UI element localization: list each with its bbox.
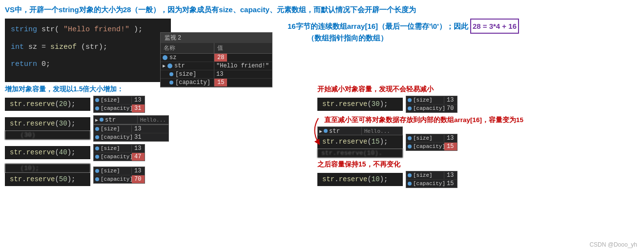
- watch-r10-cap-val: 15: [444, 180, 457, 188]
- dot-icon-30-size: [95, 127, 99, 131]
- watch-r30-size-name: [size]: [406, 97, 444, 104]
- dot-icon-size: [169, 72, 173, 76]
- code-reserve-30: str.reserve(30);: [5, 117, 90, 130]
- watch-reserve-30: [size] 13 [capacity] 31: [93, 125, 169, 142]
- dot-icon-r10-size: [408, 173, 412, 177]
- watch-50-cap-row: [capacity] 70: [94, 175, 145, 183]
- watch-50-cap-name: [capacity]: [94, 176, 132, 183]
- example-reserve-40: str.reserve(40); [size] 13: [5, 144, 308, 161]
- watch-r15-size-name: [size]: [406, 135, 444, 142]
- right-col-inner: 开始减小对象容量，发现不会轻易减小 str.reserve(30); [size…: [317, 85, 639, 188]
- code-right-reserve-30: str.reserve(30);: [317, 98, 403, 111]
- watch-30-cap-name: [capacity]: [94, 134, 132, 141]
- watch-40-cap-row: [capacity] 47: [94, 153, 145, 161]
- watch-30-size-name: [size]: [94, 126, 132, 132]
- watch-50-cap-val: 70: [132, 175, 145, 183]
- watch-40-size-row: [size] 13: [94, 145, 145, 153]
- example-right-10: str.reserve(10); [size] 13: [317, 171, 639, 188]
- dot-icon-50-cap: [95, 177, 99, 181]
- keyword-string: string: [11, 25, 37, 34]
- watch-r30-cap-name: [capacity]: [406, 105, 444, 112]
- triangle-icon-str: ▶: [163, 63, 166, 69]
- watch-reserve-50: [size] 13 [capacity] 70: [93, 167, 145, 184]
- code-line-1: string str( "Hello friend!" );: [11, 23, 165, 36]
- page-container: VS中，开辟一个string对象的大小为28（一般），因为对象成员有size、c…: [0, 0, 644, 252]
- watch-r15-cap-name: [capacity]: [406, 143, 444, 150]
- keyword-int: int: [11, 43, 24, 51]
- watch-50-size-val: 13: [132, 167, 145, 175]
- watch-40-cap-val: 47: [132, 153, 145, 161]
- example-right-15-row: ▶ str Hello... str.reserve(15);: [317, 126, 639, 158]
- example-reserve-30: str.reserve(30); (30) ▶ str: [5, 115, 308, 142]
- watch-r10-size-val: 13: [444, 171, 457, 179]
- right-examples-col: 开始减小对象容量，发现不会轻易减小 str.reserve(30); [size…: [317, 85, 639, 190]
- watch-right-30: [size] 13 [capacity] 70: [406, 96, 457, 113]
- watch-col-value: 值: [214, 43, 226, 53]
- dot-icon-20-cap: [95, 106, 99, 110]
- right-label-2: 直至减小至可将对象数据存放到内部的数组array[16]，容量变为15: [317, 116, 639, 125]
- example-right-30-row: str.reserve(30); [size] 13: [317, 96, 639, 113]
- watch-20-cap-val: 31: [132, 105, 145, 112]
- code-spacer-2: [11, 53, 165, 58]
- example-reserve-20: str.reserve(20); [size] 13: [5, 96, 308, 113]
- watch-40-size-val: 13: [132, 145, 145, 152]
- example-row-40: str.reserve(40); [size] 13: [5, 144, 308, 161]
- code-line-3: return 0;: [11, 58, 165, 71]
- dot-icon-r15-cap: [408, 145, 412, 148]
- dot-icon-sz: [163, 55, 167, 60]
- watch-40-size-name: [size]: [94, 145, 132, 152]
- watch-r15-size-val: 13: [444, 134, 457, 142]
- dot-icon-capacity: [169, 81, 173, 84]
- watch-r10-size-name: [size]: [406, 172, 444, 179]
- top-desc-text: VS中，开辟一个string对象的大小为28（一般），因为对象成员有size、c…: [5, 5, 416, 14]
- watch-right-10: [size] 13 [capacity] 15: [406, 171, 457, 188]
- curved-arrow-svg: [309, 116, 323, 145]
- watch-row-str: ▶ str "Hello friend!": [161, 62, 272, 70]
- watch-r10-cap-row: [capacity] 15: [406, 180, 457, 188]
- right-label-3: 之后容量保持15，不再变化: [317, 160, 639, 169]
- fn-sizeof: sizeof: [50, 43, 77, 51]
- code-spacer-1: [11, 36, 165, 41]
- example-right-15: ▶ str Hello... str.reserve(15);: [317, 126, 639, 158]
- top-description: VS中，开辟一个string对象的大小为28（一般），因为对象成员有size、c…: [5, 4, 639, 16]
- watch-r30-cap-row: [capacity] 70: [406, 105, 457, 112]
- code-reserve-50: str.reserve(50);: [5, 173, 90, 186]
- watermark: CSDN @Dooo_yh: [589, 241, 637, 248]
- watch-row-sz-name: sz: [161, 54, 214, 62]
- right-desc-line2: （数组指针指向的数组）: [288, 34, 639, 43]
- eq-highlight: 28 = 3*4 + 16: [470, 19, 519, 34]
- right-desc-line1: 16字节的连续数组array[16]（最后一位需存'\0'）；因此 28 = 3…: [288, 19, 639, 34]
- dot-icon-r30-cap: [408, 106, 412, 110]
- dot-icon-str: [167, 63, 172, 68]
- faded-30: (30): [5, 130, 90, 140]
- watch-r30-size-val: 13: [444, 96, 457, 104]
- watch-panel-title: 监视 2: [161, 33, 272, 43]
- watch-r10-cap-name: [capacity]: [406, 180, 444, 187]
- dot-icon-40-size: [95, 147, 99, 150]
- watch-str-row-15: ▶ str Hello...: [317, 126, 403, 135]
- watch-row-sz: sz 28: [161, 54, 272, 62]
- watch-panel-header: 名称 值: [161, 43, 272, 54]
- watch-20-size-name: [size]: [94, 97, 132, 104]
- right-label-1: 开始减小对象容量，发现不会轻易减小: [317, 85, 639, 94]
- watch-row-size-value: 13: [214, 70, 225, 78]
- example-right-30: str.reserve(30); [size] 13: [317, 96, 639, 113]
- watch-row-capacity: [capacity] 15: [161, 79, 272, 87]
- dot-icon-r15-size: [408, 136, 412, 140]
- dot-icon-r10-cap: [408, 182, 412, 186]
- watch-30-size-val: 13: [132, 125, 145, 133]
- right-desc: 16字节的连续数组array[16]（最后一位需存'\0'）；因此 28 = 3…: [288, 19, 639, 43]
- watch-r30-cap-val: 70: [444, 105, 457, 112]
- bottom-examples: 增加对象容量，发现以1.5倍大小增加： str.reserve(20); [si…: [5, 85, 639, 190]
- watch-r10-size-row: [size] 13: [406, 171, 457, 180]
- watch-col-name: 名称: [161, 43, 214, 53]
- top-content-area: string str( "Hello friend!" ); int sz = …: [5, 19, 639, 82]
- faded-50-top: (10);: [5, 164, 90, 173]
- watch-30-cap-val: 31: [132, 133, 145, 141]
- code-line-2: int sz = sizeof (str);: [11, 41, 165, 54]
- watch-panel: 监视 2 名称 值 sz 28 ▶: [160, 32, 272, 87]
- top-right-explanation: 16字节的连续数组array[16]（最后一位需存'\0'）；因此 28 = 3…: [281, 19, 639, 82]
- example-reserve-50: (10); str.reserve(50); [size] 13: [5, 164, 308, 186]
- watch-50-size-row: [size] 13: [94, 167, 145, 175]
- dot-icon-30-cap: [95, 135, 99, 139]
